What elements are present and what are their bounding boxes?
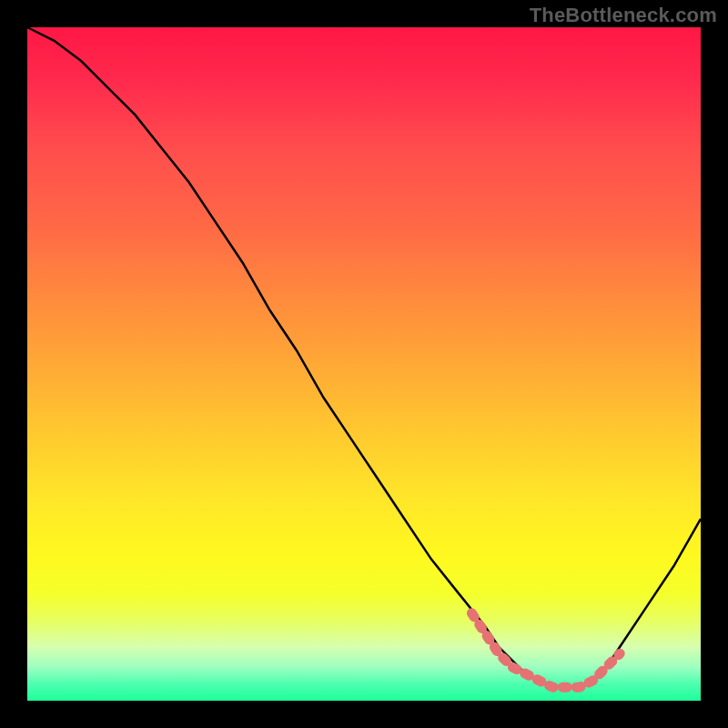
curve-svg	[27, 27, 701, 701]
main-curve	[27, 27, 701, 687]
valley-marker	[471, 613, 620, 687]
plot-area	[27, 27, 701, 701]
attribution-text: TheBottleneck.com	[530, 4, 717, 27]
chart-root: TheBottleneck.com	[0, 0, 728, 728]
